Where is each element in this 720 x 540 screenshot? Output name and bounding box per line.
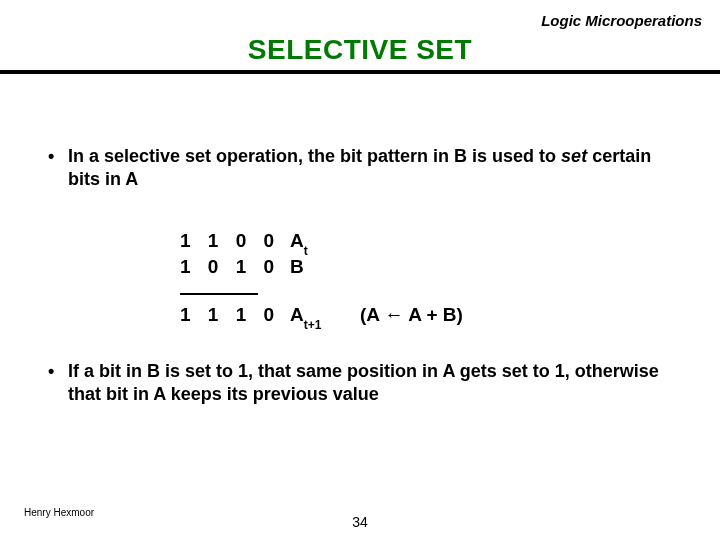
footer-page-number: 34 — [0, 514, 720, 530]
example-row-2: 1 0 1 0 B — [180, 256, 680, 282]
row3-label-sub: t+1 — [304, 318, 322, 332]
example-block: 1 1 0 0 At 1 0 1 0 B 1 1 1 0 At+1 (A ← A… — [180, 230, 680, 330]
row1-label-base: A — [290, 230, 304, 251]
row1-label-sub: t — [304, 244, 308, 258]
bullet-1-text-a: In a selective set operation, the bit pa… — [68, 146, 561, 166]
slide-title: SELECTIVE SET — [0, 34, 720, 66]
bullet-2: If a bit in B is set to 1, that same pos… — [40, 360, 680, 405]
bullet-1-set-word: set — [561, 146, 587, 166]
row3-label: At+1 — [290, 304, 360, 329]
row1-label: At — [290, 230, 360, 255]
row2-label: B — [290, 256, 360, 278]
example-row-3: 1 1 1 0 At+1 (A ← A + B) — [180, 304, 680, 330]
example-row-1: 1 1 0 0 At — [180, 230, 680, 256]
content-area: In a selective set operation, the bit pa… — [40, 145, 680, 405]
title-rule — [0, 70, 720, 74]
row1-bits: 1 1 0 0 — [180, 230, 290, 252]
example-underline — [180, 282, 680, 304]
row3-label-base: A — [290, 304, 304, 325]
row2-bits: 1 0 1 0 — [180, 256, 290, 278]
section-topic: Logic Microoperations — [541, 12, 702, 29]
row3-bits: 1 1 1 0 — [180, 304, 290, 326]
bullet-1: In a selective set operation, the bit pa… — [40, 145, 680, 190]
row3-expression: (A ← A + B) — [360, 304, 463, 326]
